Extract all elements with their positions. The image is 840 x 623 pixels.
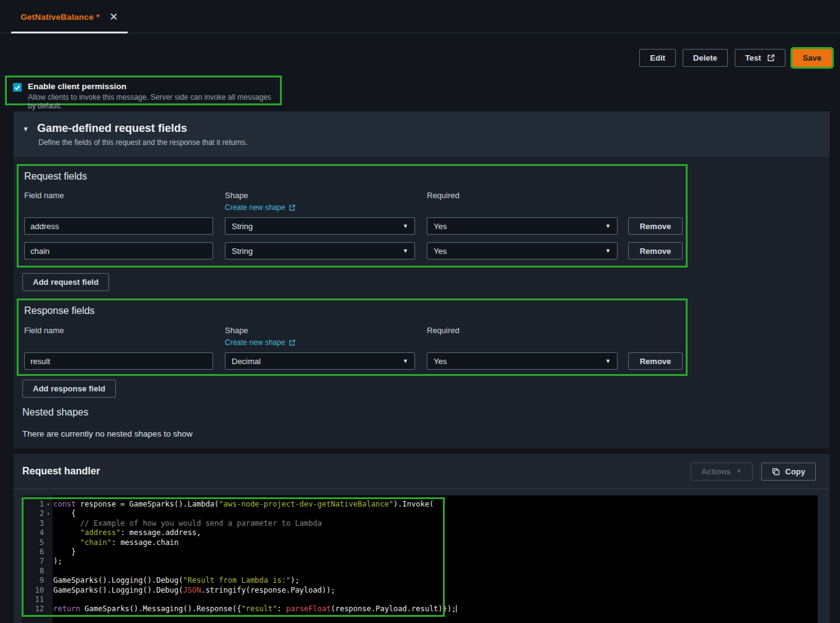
chevron-down-icon: ▼: [605, 248, 611, 254]
code-line: 10GameSparks().Logging().Debug(JSON.stri…: [22, 586, 818, 595]
request-handler-panel: Request handler Actions ▼ Copy 1▾const r…: [14, 454, 829, 623]
edit-button[interactable]: Edit: [639, 49, 676, 67]
field-name-input[interactable]: [24, 242, 213, 259]
copy-icon: [772, 468, 780, 476]
actions-button[interactable]: Actions ▼: [691, 463, 753, 481]
fold-spacer: [44, 604, 53, 614]
required-column-label: Required: [427, 326, 618, 335]
shape-select[interactable]: String▼: [225, 242, 415, 259]
create-new-shape-link[interactable]: Create new shape: [225, 203, 295, 212]
fold-spacer: [44, 576, 53, 585]
line-number: 11: [22, 595, 44, 604]
create-new-shape-link[interactable]: Create new shape: [225, 338, 295, 347]
chevron-down-icon: ▼: [605, 223, 611, 229]
fold-spacer: [44, 538, 53, 547]
fold-spacer: [44, 586, 53, 595]
line-number: 2: [22, 509, 44, 518]
field-name-input[interactable]: [24, 217, 213, 235]
tab-bar: GetNativeBalance * ✕: [0, 0, 840, 33]
code-editor[interactable]: 1▾const response = GameSparks().Lambda("…: [22, 495, 818, 623]
field-name-input[interactable]: [24, 352, 213, 370]
save-button[interactable]: Save: [792, 49, 832, 67]
shape-select[interactable]: String▼: [225, 217, 415, 235]
chevron-down-icon: ▼: [605, 358, 611, 364]
external-link-icon: [289, 339, 295, 346]
required-column-label: Required: [427, 191, 618, 200]
fold-spacer: [44, 519, 53, 528]
required-select[interactable]: Yes▼: [427, 352, 618, 370]
line-number: 3: [22, 519, 44, 528]
line-number: 12: [22, 604, 44, 614]
external-link-icon: [289, 204, 295, 211]
permission-description: Allow clients to invoke this message. Se…: [28, 93, 280, 110]
fold-icon[interactable]: ▾: [44, 509, 53, 518]
code-line: 3 // Example of how you would send a par…: [22, 519, 818, 528]
shape-select[interactable]: Decimal▼: [225, 352, 415, 370]
code-line: 2▾ {: [22, 509, 818, 518]
delete-button[interactable]: Delete: [683, 49, 728, 67]
fold-spacer: [44, 567, 53, 576]
fold-spacer: [44, 547, 53, 557]
line-number: 9: [22, 576, 44, 585]
line-number: 10: [22, 586, 44, 595]
test-button[interactable]: Test: [735, 49, 785, 67]
add-response-field-button[interactable]: Add response field: [22, 380, 116, 398]
fold-spacer: [44, 557, 53, 566]
fold-spacer: [44, 528, 53, 538]
line-number: 5: [22, 538, 44, 547]
collapse-caret-icon[interactable]: ▼: [22, 125, 29, 133]
required-select[interactable]: Yes▼: [427, 217, 618, 235]
section-description: Define the fields of this request and th…: [38, 138, 829, 147]
request-fields-column-headers: Field name Shape Create new shape Requir…: [24, 191, 686, 212]
code-line: 6 }: [22, 547, 818, 557]
line-number: 6: [22, 547, 44, 557]
add-request-field-button[interactable]: Add request field: [22, 273, 109, 291]
text-cursor: [456, 605, 457, 612]
code-line: 9GameSparks().Logging().Debug("Result fr…: [22, 576, 818, 585]
remove-button[interactable]: Remove: [628, 242, 683, 259]
shape-column-label: Shape: [225, 191, 415, 200]
game-defined-fields-panel: ▼ Game-defined request fields Define the…: [14, 111, 829, 448]
nested-shapes-empty-text: There are currently no nested shapes to …: [22, 429, 193, 438]
section-title: ▼ Game-defined request fields: [22, 122, 829, 135]
line-number: 1: [22, 500, 44, 509]
chevron-down-icon: ▼: [737, 468, 742, 474]
check-icon: [14, 84, 20, 90]
request-fields-box: Request fields Field name Shape Create n…: [17, 164, 688, 268]
permission-label: Enable client permission: [28, 82, 280, 91]
section-header: ▼ Game-defined request fields Define the…: [14, 111, 829, 157]
chevron-down-icon: ▼: [403, 358, 408, 364]
nested-shapes-title: Nested shapes: [22, 407, 89, 418]
code-line: 12return GameSparks().Messaging().Respon…: [22, 604, 818, 614]
remove-button[interactable]: Remove: [628, 352, 683, 370]
tab-getnativebalance[interactable]: GetNativeBalance * ✕: [11, 0, 128, 33]
remove-button[interactable]: Remove: [628, 217, 683, 235]
chevron-down-icon: ▼: [403, 223, 408, 229]
line-number: 4: [22, 528, 44, 538]
copy-button[interactable]: Copy: [761, 463, 816, 481]
close-icon[interactable]: ✕: [110, 12, 118, 22]
fold-spacer: [44, 595, 53, 604]
fold-icon[interactable]: ▾: [44, 500, 53, 509]
field-name-column-label: Field name: [24, 191, 213, 200]
code-line: 8: [22, 567, 818, 576]
code-line: 11: [22, 595, 818, 604]
field-row: String▼Yes▼Remove: [24, 217, 686, 235]
code-line: 5 "chain": message.chain: [22, 538, 818, 547]
shape-column-label: Shape: [225, 326, 415, 335]
request-handler-header: Request handler Actions ▼ Copy: [14, 454, 829, 489]
line-number: 8: [22, 567, 44, 576]
required-select[interactable]: Yes▼: [427, 242, 618, 259]
client-permission-group: Enable client permission Allow clients t…: [5, 76, 282, 105]
code-line: 4 "address": message.address,: [22, 528, 818, 538]
request-handler-title: Request handler: [22, 466, 682, 477]
code-line: 1▾const response = GameSparks().Lambda("…: [22, 500, 818, 509]
enable-client-permission-checkbox[interactable]: [13, 83, 22, 92]
request-fields-title: Request fields: [24, 171, 686, 182]
line-number: 7: [22, 557, 44, 566]
chevron-down-icon: ▼: [403, 248, 408, 254]
field-row: String▼Yes▼Remove: [24, 242, 686, 259]
code-line: 7);: [22, 557, 818, 566]
response-fields-column-headers: Field name Shape Create new shape Requir…: [24, 326, 686, 347]
response-fields-title: Response fields: [24, 305, 686, 316]
